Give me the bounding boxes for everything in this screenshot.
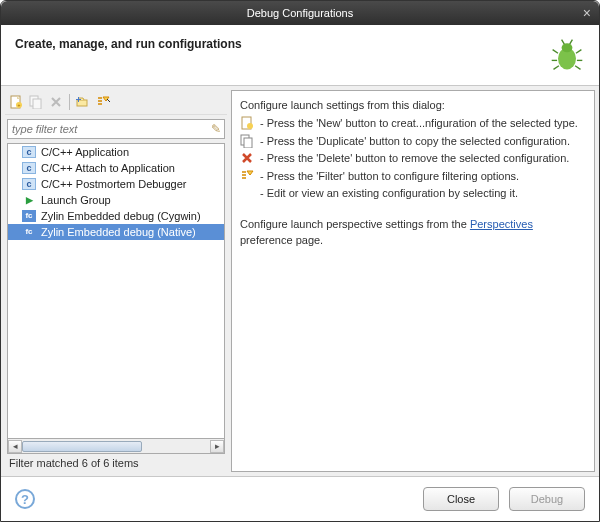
hint-text: - Edit or view an existing configuration… bbox=[260, 185, 518, 202]
svg-line-2 bbox=[553, 49, 558, 53]
horizontal-scrollbar[interactable]: ◂ ▸ bbox=[7, 439, 225, 454]
delete-icon bbox=[240, 151, 254, 165]
intro-text: Configure launch settings from this dial… bbox=[240, 97, 586, 114]
toolbar-separator bbox=[69, 94, 70, 110]
header: Create, manage, and run configurations bbox=[1, 25, 599, 85]
hint-row: - Press the 'New' button to creat...nfig… bbox=[240, 115, 586, 132]
tree-item[interactable]: ▶ Launch Group bbox=[8, 192, 224, 208]
scroll-thumb[interactable] bbox=[22, 441, 142, 452]
filter-button[interactable] bbox=[94, 93, 112, 111]
tree-item[interactable]: fc Zylin Embedded debug (Cygwin) bbox=[8, 208, 224, 224]
hint-row: - Press the 'Filter' button to configure… bbox=[240, 168, 586, 185]
duplicate-icon bbox=[240, 134, 254, 148]
footer: ? Close Debug bbox=[1, 477, 599, 521]
tree-label: C/C++ Postmortem Debugger bbox=[41, 178, 187, 190]
close-icon[interactable]: × bbox=[583, 5, 591, 21]
tree-item[interactable]: fc Zylin Embedded debug (Native) bbox=[8, 224, 224, 240]
tree-label: C/C++ Application bbox=[41, 146, 129, 158]
new-doc-icon bbox=[240, 116, 254, 130]
c-app-icon: c bbox=[22, 178, 36, 190]
svg-line-9 bbox=[570, 39, 573, 44]
svg-line-7 bbox=[575, 65, 580, 69]
svg-line-3 bbox=[576, 49, 581, 53]
hint-row: - Press the 'Duplicate' button to copy t… bbox=[240, 133, 586, 150]
main-area: + ✎ c C/C++ Application bbox=[1, 85, 599, 477]
tree-item[interactable]: c C/C++ Postmortem Debugger bbox=[8, 176, 224, 192]
c-app-icon: c bbox=[22, 162, 36, 174]
svg-rect-14 bbox=[33, 99, 41, 109]
bug-icon bbox=[549, 37, 585, 73]
perspective-text: Configure launch perspective settings fr… bbox=[240, 216, 586, 249]
right-pane: Configure launch settings from this dial… bbox=[231, 90, 595, 472]
svg-point-1 bbox=[562, 43, 573, 52]
zylin-icon: fc bbox=[22, 210, 36, 222]
tree-item[interactable]: c C/C++ Attach to Application bbox=[8, 160, 224, 176]
svg-line-6 bbox=[554, 65, 559, 69]
perspectives-link[interactable]: Perspectives bbox=[470, 218, 533, 230]
tree-item[interactable]: c C/C++ Application bbox=[8, 144, 224, 160]
help-icon[interactable]: ? bbox=[15, 489, 35, 509]
tree-label: Zylin Embedded debug (Cygwin) bbox=[41, 210, 201, 222]
left-pane: + ✎ c C/C++ Application bbox=[5, 90, 227, 472]
new-button[interactable]: + bbox=[7, 93, 25, 111]
zylin-icon: fc bbox=[22, 226, 36, 238]
filter-status: Filter matched 6 of 6 items bbox=[5, 454, 227, 472]
page-title: Create, manage, and run configurations bbox=[15, 37, 242, 51]
close-button[interactable]: Close bbox=[423, 487, 499, 511]
clear-filter-icon[interactable]: ✎ bbox=[211, 122, 221, 136]
svg-rect-17 bbox=[78, 97, 79, 102]
debug-button: Debug bbox=[509, 487, 585, 511]
collapse-button[interactable] bbox=[74, 93, 92, 111]
filter-icon bbox=[240, 169, 254, 183]
filter-input[interactable] bbox=[7, 119, 225, 139]
scroll-right-icon[interactable]: ▸ bbox=[210, 440, 224, 453]
hint-row: - Press the 'Delete' button to remove th… bbox=[240, 150, 586, 167]
svg-line-8 bbox=[562, 39, 565, 44]
hint-row: - Edit or view an existing configuration… bbox=[240, 185, 586, 202]
svg-point-19 bbox=[247, 123, 253, 129]
toolbar: + bbox=[5, 90, 227, 115]
blank-icon bbox=[240, 186, 254, 200]
tree-label: C/C++ Attach to Application bbox=[41, 162, 175, 174]
hint-text: - Press the 'New' button to creat...nfig… bbox=[260, 115, 578, 132]
filter-box: ✎ bbox=[7, 119, 225, 139]
delete-button[interactable] bbox=[47, 93, 65, 111]
hint-text: - Press the 'Duplicate' button to copy t… bbox=[260, 133, 570, 150]
config-tree[interactable]: c C/C++ Application c C/C++ Attach to Ap… bbox=[7, 143, 225, 439]
duplicate-button[interactable] bbox=[27, 93, 45, 111]
hint-text: - Press the 'Delete' button to remove th… bbox=[260, 150, 569, 167]
scroll-left-icon[interactable]: ◂ bbox=[8, 440, 22, 453]
window-title: Debug Configurations bbox=[247, 7, 353, 19]
tree-label: Zylin Embedded debug (Native) bbox=[41, 226, 196, 238]
tree-label: Launch Group bbox=[41, 194, 111, 206]
title-bar: Debug Configurations × bbox=[1, 1, 599, 25]
c-app-icon: c bbox=[22, 146, 36, 158]
hint-text: - Press the 'Filter' button to configure… bbox=[260, 168, 519, 185]
svg-rect-21 bbox=[244, 138, 252, 148]
launch-group-icon: ▶ bbox=[22, 194, 36, 206]
svg-text:+: + bbox=[18, 102, 21, 108]
